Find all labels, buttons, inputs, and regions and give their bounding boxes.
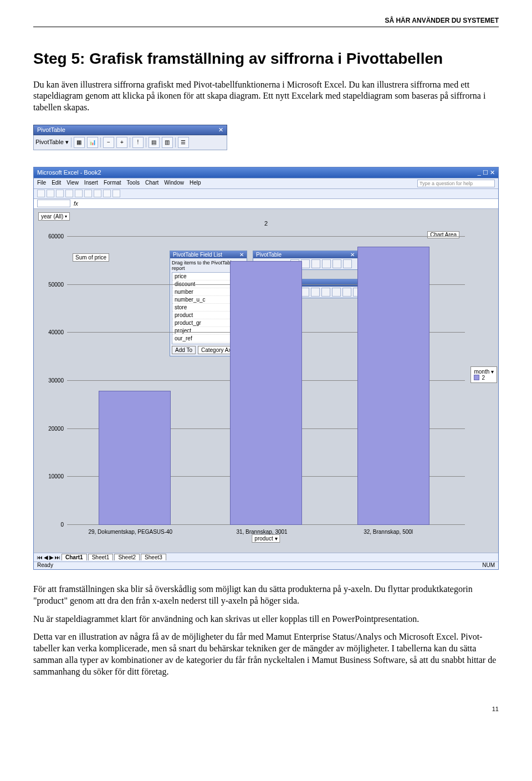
hide-detail-icon[interactable]: − <box>103 137 114 148</box>
tab-nav-next-icon[interactable]: ▶ <box>49 554 54 560</box>
excel-titlebar[interactable]: Microsoft Excel - Book2 _ ☐ ✕ <box>34 167 498 178</box>
separator <box>71 137 71 147</box>
settings-icon[interactable]: ▥ <box>162 137 173 148</box>
paragraph: För att framställningen ska blir så över… <box>33 584 499 607</box>
legend-item: 2 <box>474 375 494 381</box>
bar[interactable]: 29, Dokumentskap, PEGASUS-40 <box>99 391 171 525</box>
y-tick-label: 10000 <box>48 473 64 479</box>
y-tick-label: 30000 <box>48 377 64 384</box>
y-tick-label: 50000 <box>48 282 64 288</box>
formula-bar: fx <box>34 199 498 209</box>
paste-icon[interactable] <box>94 190 101 197</box>
section-header: SÅ HÄR ANVÄNDER DU SYSTEMET <box>33 17 499 27</box>
y-tick-label: 0 <box>60 522 64 528</box>
y-tick-label: 60000 <box>48 233 64 239</box>
chevron-down-icon[interactable]: ▾ <box>65 214 67 219</box>
sheet-tab-sheet3[interactable]: Sheet3 <box>141 554 166 560</box>
bar[interactable]: 32, Brannskap, 500l <box>357 247 429 525</box>
pivottable-menu-button[interactable]: PivotTable ▾ <box>35 139 69 146</box>
standard-toolbar <box>34 189 498 199</box>
menu-file[interactable]: File <box>37 180 46 187</box>
y-tick-label: 20000 <box>48 426 64 432</box>
year-value: (All) <box>53 213 63 220</box>
chart-title: 2 <box>264 220 268 227</box>
format-report-icon[interactable]: ▦ <box>74 137 85 148</box>
page-title: Steg 5: Grafisk framställning av siffror… <box>33 49 499 68</box>
fieldlist-icon[interactable]: ☰ <box>178 137 189 148</box>
paragraph: Nu är stapeldiagrammet klart för användn… <box>33 614 499 625</box>
chart-plot-area[interactable]: 2 0 10000 20000 30000 40000 50000 60000 … <box>67 237 465 525</box>
pivottable-toolbar: PivotTable ✕ PivotTable ▾ ▦ 📊 − + ! ▤ ▥ … <box>33 125 227 150</box>
sheet-tab-sheet1[interactable]: Sheet1 <box>88 554 114 560</box>
print-icon[interactable] <box>65 190 73 197</box>
undo-icon[interactable] <box>103 190 111 197</box>
tab-nav-last-icon[interactable]: ⏭ <box>55 554 60 560</box>
y-tick-label: 40000 <box>48 329 64 335</box>
refresh-icon[interactable]: ! <box>132 137 144 148</box>
gridline <box>67 236 465 237</box>
menu-help[interactable]: Help <box>190 180 201 187</box>
status-bar: Ready NUM <box>34 561 498 569</box>
new-icon[interactable] <box>37 190 45 197</box>
tab-nav-prev-icon[interactable]: ◀ <box>44 554 48 560</box>
page-number: 11 <box>33 706 499 712</box>
menu-view[interactable]: View <box>66 180 79 187</box>
menu-edit[interactable]: Edit <box>52 180 61 187</box>
open-icon[interactable] <box>47 190 54 197</box>
status-num: NUM <box>482 562 495 569</box>
chart-wizard-icon[interactable]: 📊 <box>87 137 98 148</box>
menu-items: File Edit View Insert Format Tools Chart… <box>37 180 201 187</box>
tab-nav-first-icon[interactable]: ⏮ <box>37 554 43 560</box>
include-icon[interactable]: ▤ <box>149 137 160 148</box>
window-controls[interactable]: _ ☐ ✕ <box>478 169 495 176</box>
cut-icon[interactable] <box>75 190 83 197</box>
chevron-down-icon[interactable]: ▾ <box>491 369 494 375</box>
separator <box>130 137 130 147</box>
legend-label: 2 <box>482 375 485 381</box>
pivottable-title: PivotTable <box>37 126 65 133</box>
product-field-drop[interactable]: product ▾ <box>252 534 280 543</box>
help-search-box[interactable]: Type a question for help <box>417 180 495 187</box>
close-icon[interactable]: ✕ <box>218 126 223 134</box>
save-icon[interactable] <box>56 190 64 197</box>
copy-icon[interactable] <box>84 190 92 197</box>
name-box[interactable] <box>37 200 70 207</box>
legend-swatch-icon <box>474 375 479 380</box>
separator <box>175 137 176 147</box>
menu-chart[interactable]: Chart <box>145 180 158 187</box>
sheet-tab-sheet2[interactable]: Sheet2 <box>114 554 140 560</box>
menu-tools[interactable]: Tools <box>127 180 140 187</box>
excel-menubar: File Edit View Insert Format Tools Chart… <box>34 178 498 189</box>
sheet-tab-chart1[interactable]: Chart1 <box>62 554 87 560</box>
menu-format[interactable]: Format <box>104 180 121 187</box>
legend-title: month ▾ <box>474 369 494 375</box>
menu-insert[interactable]: Insert <box>84 180 98 187</box>
status-ready: Ready <box>37 562 53 569</box>
show-detail-icon[interactable]: + <box>116 137 127 148</box>
separator <box>146 137 146 147</box>
fx-icon[interactable]: fx <box>74 201 78 207</box>
pivottable-title-bar[interactable]: PivotTable ✕ <box>33 125 227 135</box>
x-category-label: 32, Brannskap, 500l <box>364 529 413 535</box>
product-label: product <box>254 535 273 542</box>
excel-title: Microsoft Excel - Book2 <box>37 169 101 176</box>
x-category-label: 29, Dokumentskap, PEGASUS-40 <box>88 529 172 535</box>
excel-window: Microsoft Excel - Book2 _ ☐ ✕ File Edit … <box>33 167 499 570</box>
legend[interactable]: month ▾ 2 <box>470 366 497 383</box>
chevron-down-icon[interactable]: ▾ <box>275 535 278 542</box>
separator <box>100 137 101 147</box>
paragraph: Detta var en illustration av några få av… <box>33 631 499 677</box>
pivottable-body: PivotTable ▾ ▦ 📊 − + ! ▤ ▥ ☰ <box>33 135 227 150</box>
bar[interactable]: 31, Brannskap, 3001 <box>230 261 302 525</box>
sheet-tabs: ⏮ ◀ ▶ ⏭ Chart1 Sheet1 Sheet2 Sheet3 <box>34 553 498 561</box>
section-title: SÅ HÄR ANVÄNDER DU SYSTEMET <box>385 17 499 24</box>
year-label: year <box>41 213 52 220</box>
redo-icon[interactable] <box>112 190 120 197</box>
chart-sheet-area: year (All) ▾ Sum of price Chart Area Piv… <box>34 209 498 553</box>
intro-paragraph: Du kan även illustrera siffrorna grafisk… <box>33 79 499 114</box>
page-field-year[interactable]: year (All) ▾ <box>38 212 70 221</box>
menu-window[interactable]: Window <box>164 180 184 187</box>
